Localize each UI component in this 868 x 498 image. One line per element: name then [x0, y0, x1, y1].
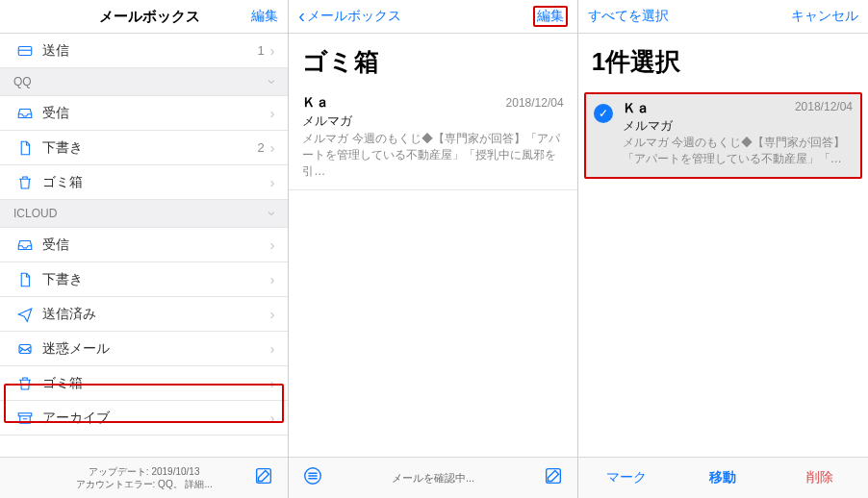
svg-rect-1	[19, 344, 31, 353]
mark-button[interactable]: マーク	[578, 469, 675, 486]
cancel-button[interactable]: キャンセル	[791, 8, 858, 25]
message-subject: メルマガ	[302, 112, 563, 130]
folder-qq-trash[interactable]: ゴミ箱 ›	[0, 165, 288, 200]
chevron-right-icon: ›	[270, 341, 275, 357]
folder-ic-drafts[interactable]: 下書き ›	[0, 262, 288, 297]
trash-nav: ‹メールボックス 編集	[289, 0, 576, 34]
page-title: メールボックス	[99, 8, 200, 26]
archive-icon	[13, 410, 37, 427]
folder-ic-sent[interactable]: 送信済み ›	[0, 297, 288, 332]
folder-sent[interactable]: 送信 1 ›	[0, 34, 288, 68]
compose-button[interactable]	[543, 465, 564, 490]
section-icloud[interactable]: ICLOUD ›	[0, 200, 288, 228]
footer-trash: メールを確認中...	[289, 457, 576, 498]
junk-icon	[13, 340, 37, 358]
page-title: 1件選択	[578, 34, 868, 88]
svg-rect-0	[18, 46, 32, 55]
footer-mailboxes: アップデート: 2019/10/13 アカウントエラー: QQ。 詳細...	[0, 457, 288, 498]
move-button[interactable]: 移動	[675, 469, 771, 486]
back-button[interactable]: ‹メールボックス	[298, 8, 401, 25]
message-preview: メルマガ 今週のもくじ◆【専門家が回答】「アパートを管理している不動産屋」「授乳…	[302, 131, 563, 180]
compose-button[interactable]	[253, 465, 274, 490]
inbox-icon	[13, 237, 37, 254]
folder-qq-inbox[interactable]: 受信 ›	[0, 96, 288, 131]
chevron-right-icon: ›	[270, 106, 275, 121]
chevron-right-icon: ›	[270, 43, 275, 59]
draft-icon	[13, 271, 37, 288]
folder-ic-inbox[interactable]: 受信 ›	[0, 228, 288, 262]
inbox-icon	[13, 105, 37, 122]
select-all-button[interactable]: すべてを選択	[588, 8, 669, 25]
mailboxes-nav: メールボックス 編集	[0, 0, 288, 34]
folder-ic-archive[interactable]: アーカイブ ›	[0, 401, 288, 436]
delete-button[interactable]: 削除	[772, 469, 868, 486]
selected-message-row[interactable]: ✓ Ｋａ2018/12/04 メルマガ メルマガ 今週のもくじ◆【専門家が回答】…	[584, 92, 862, 179]
trash-icon	[13, 375, 37, 392]
page-title: ゴミ箱	[289, 34, 576, 88]
chevron-down-icon: ›	[265, 212, 280, 216]
footer-select: マーク 移動 削除	[578, 457, 868, 498]
message-subject: メルマガ	[623, 117, 853, 135]
draft-icon	[13, 139, 37, 157]
select-nav: すべてを選択 キャンセル	[578, 0, 868, 34]
sent-icon	[13, 306, 37, 323]
chevron-right-icon: ›	[270, 272, 275, 287]
edit-button[interactable]: 編集	[251, 8, 278, 25]
chevron-down-icon: ›	[265, 80, 280, 85]
filter-button[interactable]	[302, 465, 323, 490]
message-date: 2018/12/04	[795, 100, 853, 117]
chevron-right-icon: ›	[270, 237, 275, 253]
chevron-right-icon: ›	[270, 175, 275, 190]
chevron-right-icon: ›	[270, 140, 275, 156]
status-text: メールを確認中...	[323, 471, 542, 486]
chevron-left-icon: ‹	[298, 6, 305, 25]
svg-rect-2	[18, 412, 32, 415]
folder-ic-trash[interactable]: ゴミ箱 ›	[0, 366, 288, 401]
section-qq[interactable]: QQ ›	[0, 68, 288, 96]
outbox-icon	[13, 42, 37, 60]
message-preview: メルマガ 今週のもくじ◆【専門家が回答】「アパートを管理している不動産屋」「…	[623, 135, 853, 167]
message-sender: Ｋａ	[302, 94, 329, 112]
chevron-right-icon: ›	[270, 307, 275, 322]
message-sender: Ｋａ	[623, 100, 650, 117]
message-date: 2018/12/04	[506, 96, 564, 110]
edit-button[interactable]: 編集	[533, 6, 568, 27]
checkmark-icon[interactable]: ✓	[594, 104, 613, 123]
chevron-right-icon: ›	[270, 411, 275, 426]
chevron-right-icon: ›	[270, 376, 275, 391]
folder-qq-drafts[interactable]: 下書き 2 ›	[0, 131, 288, 165]
trash-icon	[13, 174, 37, 191]
folder-ic-junk[interactable]: 迷惑メール ›	[0, 332, 288, 366]
message-row[interactable]: Ｋａ2018/12/04 メルマガ メルマガ 今週のもくじ◆【専門家が回答】「ア…	[289, 88, 576, 190]
status-text: アップデート: 2019/10/13 アカウントエラー: QQ。 詳細...	[35, 465, 253, 490]
